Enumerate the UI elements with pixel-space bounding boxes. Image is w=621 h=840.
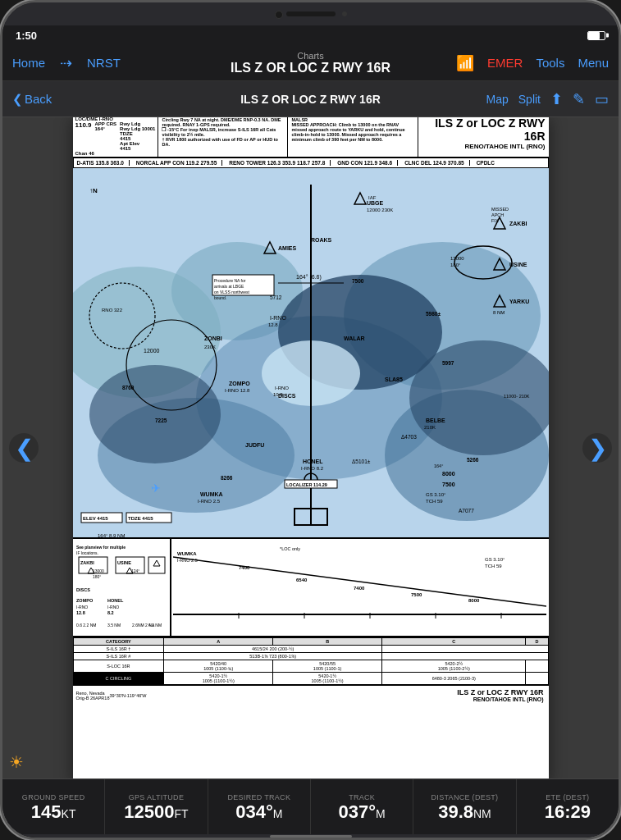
battery-icon [587,31,605,40]
svg-text:164°: 164° [434,463,443,468]
svg-text:on VLSS northwest: on VLSS northwest [214,290,249,294]
profile-right: WUMKA I-RNO 2.5 7400 6540 7400 7500 8000… [171,539,549,636]
profile-svg: See planview for multiple IF locations. … [75,541,169,635]
s-loc-label: S-LOC 16R [73,660,164,673]
apt-elev-val: 4415 [120,146,155,151]
s-loc-a: 5420/401005 (1100-¾) [164,660,273,673]
tools-button[interactable]: Tools [536,56,564,70]
screen: 1:50 Home ⇢ NRST Charts ILS Z OR LOC Z R… [2,25,619,838]
home-button[interactable]: Home [12,56,45,70]
loc-info: LOC/DME I-RNO 110.9 APP CRS 164° [73,117,159,157]
circling-b: 5420-1½1005 (1100-1½) [273,673,382,685]
device-camera [286,11,336,16]
svg-text:8.2: 8.2 [107,610,114,615]
sun-icon[interactable]: ☀ [9,753,24,771]
home-indicator[interactable] [270,835,352,838]
map-button[interactable]: Map [486,93,509,106]
svg-text:WUMKA: WUMKA [200,491,223,497]
s-ils-hash-label: S-ILS 16R # [73,653,164,660]
next-chart-button[interactable]: ❯ [582,433,612,463]
stat-gps-altitude: GPS ALTITUDE 12500FT [105,779,208,834]
prev-chart-button[interactable]: ❮ [9,433,39,463]
svg-text:164° (6.6): 164° (6.6) [296,274,322,281]
status-bar: 1:50 [2,25,619,45]
svg-text:bound.: bound. [214,295,226,300]
ete-dest-label: ETE (DEST) [546,793,589,801]
svg-text:IF locations.: IF locations. [76,550,98,555]
share-button[interactable]: ⬆ [550,90,563,108]
page-button[interactable]: ▭ [595,90,609,108]
svg-text:8266: 8266 [221,475,233,481]
svg-text:ZONBI: ZONBI [204,336,222,341]
chan-info: Chan 46 [75,151,156,156]
back-button[interactable]: ❮ Back [12,92,52,107]
svg-text:ZOMPO: ZOMPO [229,381,250,386]
toolbar-chart-title: ILS Z OR LOC Z RWY 16R [240,93,381,106]
svg-text:10.8: 10.8 [273,392,283,397]
svg-text:GS 3.10°: GS 3.10° [426,492,446,497]
approach-map[interactable]: ZAKBI MISSED APCH FIX USINE YARKU [73,168,549,537]
s-loc-c: 5420-2½1005 (1100-2½) [382,660,526,673]
svg-text:I-RNO 12.8: I-RNO 12.8 [225,388,250,393]
bottom-indicator [2,834,619,838]
svg-text:13000: 13000 [93,568,104,573]
cpdlc: CPDLC [477,160,500,166]
svg-text:180°: 180° [93,574,101,579]
footer-coords: 39°30'N-119°46'W [109,693,146,698]
svg-point-8 [89,365,221,463]
split-button[interactable]: Split [518,93,541,106]
nav-page-label: Charts [211,51,409,61]
device-top-bar [2,2,619,25]
svg-text:APCH: APCH [491,212,504,217]
gps-altitude-value: 12500FT [124,803,188,821]
status-right [587,31,605,40]
ipad-device: 1:50 Home ⇢ NRST Charts ILS Z OR LOC Z R… [0,0,621,840]
status-time: 1:50 [16,30,37,42]
svg-text:13000: 13000 [450,256,464,261]
minimums-section: CATEGORY A B C D S-ILS 16R † 4615/24 200… [73,636,549,685]
reno-tower: RENO TOWER 126.3 353.9 118.7 257.8 [229,160,331,166]
svg-text:GS 3.10°: GS 3.10° [485,557,505,562]
svg-text:YARKU: YARKU [509,299,529,304]
svg-text:↑N: ↑N [89,187,98,194]
svg-text:LOCALIZER 114.29: LOCALIZER 114.29 [286,482,327,487]
toolbar: ❮ Back ILS Z OR LOC Z RWY 16R Map Split … [2,81,619,117]
svg-text:124°: 124° [131,568,139,573]
back-chevron-icon: ❮ [12,92,23,107]
footer-state: Reno, Nevada [76,691,110,696]
app-crs-block: APP CRS 164° [95,121,117,151]
svg-text:7500: 7500 [442,482,455,487]
distance-dest-value: 39.8NM [438,803,491,821]
chart-airport-name: RENO/TAHOE INTL (RNO) [422,143,546,150]
desired-track-label: DESIRED TRACK [227,793,290,801]
d-atis: D-ATIS 135.8 363.0 [77,160,130,166]
svg-text:0.6  2.2 NM: 0.6 2.2 NM [76,623,96,628]
svg-text:ELEV 4415: ELEV 4415 [83,516,108,521]
svg-text:7500: 7500 [352,278,364,284]
chart-header-row: LOC/DME I-RNO 110.9 APP CRS 164° [73,117,549,158]
nav-title: ILS Z OR LOC Z RWY 16R [231,61,390,75]
edit-button[interactable]: ✎ [573,90,585,108]
svg-text:DISCS: DISCS [76,587,90,592]
menu-button[interactable]: Menu [578,56,609,70]
svg-text:I-RNO: I-RNO [270,315,286,321]
ete-dest-value: 16:29 [545,803,591,821]
svg-text:RNO 322: RNO 322 [102,308,123,313]
route-icon[interactable]: ⇢ [60,54,72,72]
svg-text:HONEL: HONEL [303,459,323,464]
emer-button[interactable]: EMER [487,56,523,70]
svg-text:I-RNO 2.5: I-RNO 2.5 [198,499,221,504]
circling-d [526,673,548,685]
profile-right-svg: WUMKA I-RNO 2.5 7400 6540 7400 7500 8000… [173,541,546,635]
notes-text: Circling Rwy 7 NA at night. DME/DME RNP-… [161,117,285,148]
cat-b-header: B [273,638,382,646]
app-crs-val: 164° [95,126,117,131]
toolbar-right: Map Split ⬆ ✎ ▭ [459,90,609,108]
footer-approach-title: ILS Z or LOC Z RWY 16R [148,688,544,696]
nrst-button[interactable]: NRST [87,56,121,70]
svg-text:BELBE: BELBE [426,418,445,423]
svg-text:210K: 210K [424,425,436,430]
approach-chart[interactable]: LOC/DME I-RNO 110.9 APP CRS 164° [73,117,549,778]
nav-bar: Home ⇢ NRST Charts ILS Z OR LOC Z RWY 16… [2,45,619,81]
svg-text:FIX: FIX [491,218,499,223]
